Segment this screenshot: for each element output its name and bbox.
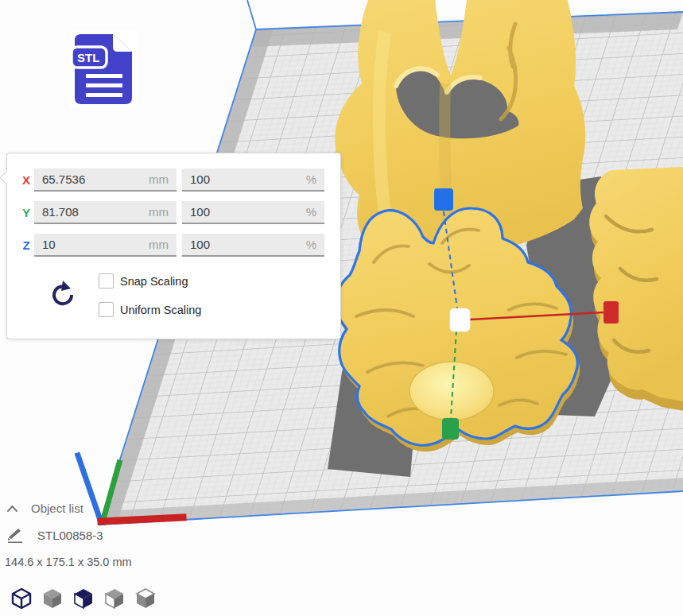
scale-z-percent-input[interactable]: 100 %	[182, 234, 324, 257]
scale-x-percent-value: 100	[190, 172, 210, 186]
selected-file-name: STL00858-3	[37, 529, 103, 542]
view-front-icon[interactable]	[41, 587, 64, 610]
snap-scaling-label: Snap Scaling	[120, 275, 188, 288]
uniform-scaling-checkbox[interactable]	[99, 302, 114, 317]
scale-x-percent-unit: %	[306, 172, 316, 186]
snap-scaling-checkbox[interactable]	[99, 273, 114, 289]
scale-z-mm-value: 10	[42, 238, 56, 251]
scale-x-mm-input[interactable]: 65.7536 mm	[34, 169, 177, 192]
scale-y-mm-value: 81.708	[42, 205, 79, 219]
axis-label-y: Y	[20, 201, 33, 224]
stl-document-icon: STL	[72, 33, 135, 106]
pencil-icon	[6, 527, 24, 543]
view-3d-icon[interactable]	[10, 587, 33, 610]
model-dimensions: 144.6 x 175.1 x 35.0 mm	[5, 556, 132, 568]
snap-scaling-row: Snap Scaling	[99, 273, 188, 289]
stl-badge-label: STL	[77, 51, 99, 64]
chevron-up-icon	[6, 505, 18, 513]
stl-file-icon: STL	[70, 30, 137, 108]
object-list-item[interactable]: STL00858-3	[6, 527, 103, 543]
gizmo-handle-x[interactable]	[603, 301, 619, 323]
reset-scale-button[interactable]	[49, 279, 76, 308]
scale-z-percent-value: 100	[190, 238, 210, 251]
cura-viewport: STL X 65.7536 mm 100 % Y 81.708 mm 100 %…	[0, 0, 683, 616]
scale-y-percent-value: 100	[190, 205, 210, 219]
scale-x-mm-unit: mm	[149, 172, 169, 186]
camera-view-toolbar	[10, 587, 157, 610]
uniform-scaling-row: Uniform Scaling	[99, 302, 201, 317]
uniform-scaling-label: Uniform Scaling	[120, 304, 201, 316]
scale-y-mm-unit: mm	[149, 205, 169, 219]
scale-z-mm-input[interactable]: 10 mm	[34, 234, 177, 257]
axis-x-line	[101, 517, 183, 521]
axis-label-z: Z	[20, 234, 33, 257]
scale-z-mm-unit: mm	[149, 238, 169, 251]
scale-tool-panel: X 65.7536 mm 100 % Y 81.708 mm 100 % Z 1…	[6, 153, 341, 339]
object-list-toggle[interactable]: Object list	[6, 502, 83, 515]
view-left-icon[interactable]	[72, 587, 95, 610]
scale-z-percent-unit: %	[306, 238, 316, 251]
axis-label-x: X	[20, 169, 33, 192]
gizmo-handle-center[interactable]	[450, 308, 470, 331]
gizmo-handle-z[interactable]	[434, 188, 453, 211]
scale-y-mm-input[interactable]: 81.708 mm	[34, 201, 177, 224]
view-top-icon[interactable]	[134, 587, 157, 610]
gizmo-handle-y[interactable]	[442, 418, 459, 440]
scale-y-percent-unit: %	[306, 205, 316, 219]
scale-x-mm-value: 65.7536	[42, 172, 85, 186]
object-list-label: Object list	[31, 502, 83, 515]
scale-y-percent-input[interactable]: 100 %	[182, 201, 324, 224]
scale-x-percent-input[interactable]: 100 %	[182, 169, 324, 192]
view-right-icon[interactable]	[103, 587, 126, 610]
